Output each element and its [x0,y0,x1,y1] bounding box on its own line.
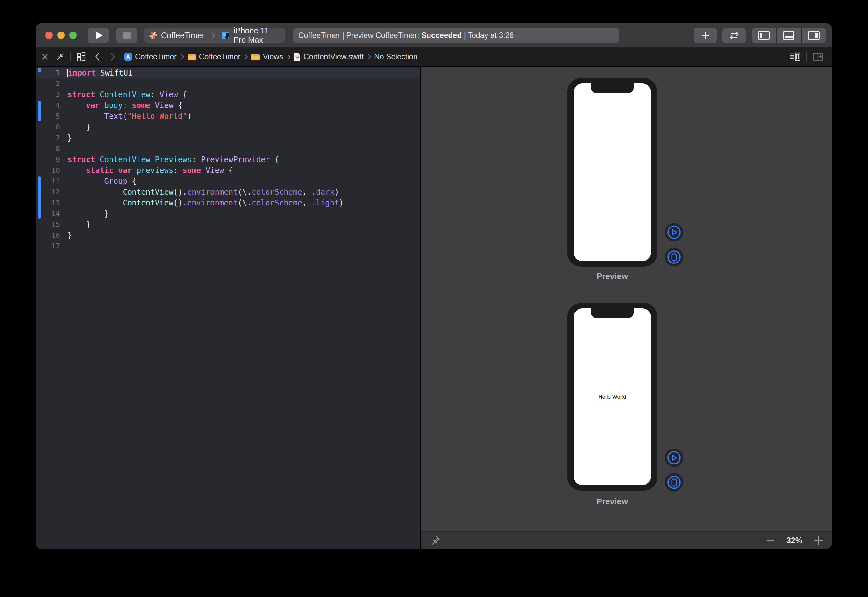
preview-title: Preview [567,272,657,281]
folder-icon [187,53,196,60]
divider [70,52,71,61]
toggle-debug-area-button[interactable] [777,28,801,43]
simulator-device-icon [221,31,230,40]
code-line[interactable]: 11 Group { [36,176,420,187]
code-line[interactable]: 17 [36,241,420,252]
close-window-button[interactable] [45,31,53,39]
live-preview-button[interactable] [665,223,683,242]
code-text: static var previews: some View { [68,165,233,176]
source-change-bar[interactable] [38,177,41,218]
collapse-arrows-icon [56,52,65,61]
breadcrumb-label: CoffeeTimer [199,52,241,61]
status-text-bold: Succeeded [421,31,462,40]
chevron-right-icon [366,54,371,59]
breadcrumb-file[interactable]: ContentView.swift [293,52,364,61]
code-line[interactable]: 12 ContentView().environment(\.colorSche… [36,187,420,198]
play-icon [96,31,102,40]
toggle-navigator-button[interactable] [752,28,776,43]
device-notch [591,308,634,318]
preview-on-device-button[interactable] [665,473,683,492]
chevron-left-icon [95,52,100,61]
zoom-level: 32% [787,536,803,545]
close-editor-button[interactable] [41,53,49,61]
stop-button[interactable] [116,28,137,43]
related-items-button[interactable] [77,52,86,61]
device-circle-icon [667,475,681,490]
code-line[interactable]: 7} [36,132,420,143]
code-line[interactable]: 2 [36,79,420,89]
breadcrumb-group[interactable]: CoffeeTimer [187,52,241,61]
code-text: ContentView().environment(\.colorScheme,… [68,187,339,198]
line-number: 7 [36,132,60,143]
preview-on-device-button[interactable] [665,248,683,266]
stop-icon [123,32,130,39]
back-button[interactable] [95,52,100,61]
zoom-window-button[interactable] [70,31,77,39]
pin-preview-button[interactable] [430,535,441,547]
editor-split: 1import SwiftUI23struct ContentView: Vie… [36,67,832,549]
device-notch [591,83,634,93]
activity-status-bar[interactable]: CoffeeTimer | Preview CoffeeTimer: Succe… [293,28,619,43]
code-line[interactable]: 10 static var previews: some View { [36,165,420,176]
code-text: Group { [68,176,136,187]
zoom-in-button[interactable] [813,535,824,546]
code-text: ContentView().environment(\.colorScheme,… [68,198,344,208]
svg-text:A: A [126,54,130,59]
code-line[interactable]: 13 ContentView().environment(\.colorSche… [36,198,420,208]
scheme-selector[interactable]: CoffeeTimer iPhone 11 Pro Max [144,28,285,43]
code-line[interactable]: 3struct ContentView: View { [36,89,420,100]
collapse-editor-button[interactable] [56,52,65,61]
line-number: 17 [36,241,60,252]
code-line[interactable]: 14 } [36,208,420,219]
breadcrumb-group[interactable]: Views [251,52,283,61]
toggle-inspectors-button[interactable] [802,28,826,43]
source-change-bar[interactable] [38,101,41,121]
chevron-right-icon [210,33,215,38]
close-icon [41,53,49,61]
editor-mode-button[interactable] [723,28,746,43]
code-line[interactable]: 9struct ContentView_Previews: PreviewPro… [36,154,420,165]
code-line[interactable]: 1import SwiftUI [36,68,420,79]
device-circle-icon [667,250,681,264]
minimize-window-button[interactable] [57,31,65,39]
adjust-editor-icon [789,52,800,61]
breadcrumb-selection[interactable]: No Selection [374,52,418,61]
preview-title: Preview [567,497,657,506]
code-line[interactable]: 5 Text("Hello World") [36,111,420,122]
play-circle-icon [667,450,681,465]
preview-canvas: Preview Hello World [421,67,832,549]
code-line[interactable]: 8 [36,143,420,154]
breadcrumb-project[interactable]: A CoffeeTimer [124,52,177,61]
scheme-device-label: iPhone 11 Pro Max [233,26,280,45]
panel-toggle-group [752,28,826,43]
source-editor[interactable]: 1import SwiftUI23struct ContentView: Vie… [36,67,420,549]
chevron-right-icon [243,54,248,59]
chevron-right-icon [179,54,184,59]
related-items-grid-icon [77,52,86,61]
editor-options-button[interactable] [789,52,800,61]
add-button[interactable] [693,28,717,43]
line-number: 8 [36,143,60,154]
minus-icon [766,536,776,546]
code-line[interactable]: 15 } [36,219,420,230]
code-line[interactable]: 6 } [36,122,420,132]
status-text-prefix: CoffeeTimer | Preview CoffeeTimer: [298,31,421,40]
pin-icon [430,535,441,546]
run-button[interactable] [87,28,108,43]
swift-file-icon [293,53,301,61]
live-preview-button[interactable] [665,448,683,467]
right-panel-icon [808,31,820,40]
code-line[interactable]: 16} [36,230,420,241]
status-text-suffix: | Today at 3:26 [462,31,514,40]
folder-icon [251,53,260,60]
preview-device-frame: Hello World [567,303,657,491]
code-text: import SwiftUI [68,68,132,79]
chevron-right-icon [110,52,116,61]
forward-button[interactable] [110,52,116,61]
plus-icon [701,31,710,40]
code-line[interactable]: 4 var body: some View { [36,100,420,111]
app-scheme-icon [148,31,158,40]
source-change-bar[interactable] [38,68,41,72]
add-editor-button[interactable] [813,52,824,61]
zoom-out-button[interactable] [766,536,776,546]
